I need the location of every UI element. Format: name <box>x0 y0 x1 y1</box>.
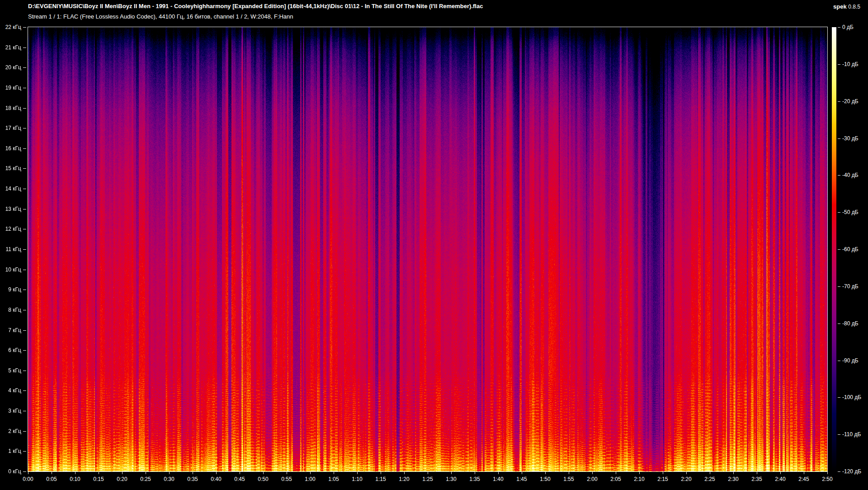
freq-axis-label: 16 кГц <box>0 145 21 152</box>
time-axis-tick <box>263 472 264 474</box>
time-axis-label: 2:40 <box>775 476 785 482</box>
freq-axis-tick <box>23 431 26 432</box>
time-axis-label: 0:20 <box>117 476 127 482</box>
db-axis-label: 0 дБ <box>842 24 854 30</box>
time-axis-label: 1:00 <box>305 476 315 482</box>
time-axis-label: 0:45 <box>234 476 245 482</box>
db-axis-tick <box>838 27 840 28</box>
time-axis-label: 2:10 <box>634 476 644 482</box>
db-axis-tick <box>838 138 840 139</box>
freq-axis-label: 22 кГц <box>0 24 21 30</box>
freq-axis-tick <box>23 249 26 250</box>
freq-axis-label: 10 кГц <box>0 266 21 273</box>
freq-axis-label: 5 кГц <box>0 367 21 374</box>
freq-axis-tick <box>23 471 26 472</box>
db-axis-label: -50 дБ <box>842 209 859 215</box>
time-axis-tick <box>287 472 287 474</box>
freq-axis-tick <box>23 229 26 229</box>
freq-axis-tick <box>23 27 26 28</box>
time-axis-tick <box>475 472 475 474</box>
time-axis-tick <box>52 472 52 474</box>
app-brand: spek 0.8.5 <box>833 3 860 10</box>
freq-axis-label: 13 кГц <box>0 206 21 212</box>
freq-axis-tick <box>23 148 26 149</box>
db-axis-label: -20 дБ <box>842 98 859 105</box>
time-axis-tick <box>75 472 75 474</box>
time-axis-tick <box>193 472 193 474</box>
db-axis-label: -110 дБ <box>842 431 861 438</box>
time-axis-label: 1:45 <box>516 476 527 482</box>
freq-axis-label: 0 кГц <box>0 468 21 475</box>
time-axis-label: 0:55 <box>281 476 292 482</box>
time-axis-label: 0:30 <box>164 476 174 482</box>
db-scale-gradient-bar <box>832 27 836 471</box>
time-axis-label: 1:30 <box>446 476 456 482</box>
time-axis-tick <box>122 472 123 474</box>
stream-info-line: Stream 1 / 1: FLAC (Free Lossless Audio … <box>28 13 293 20</box>
freq-axis-tick <box>23 411 26 411</box>
app-version-label: 0.8.5 <box>848 4 860 10</box>
freq-axis-label: 17 кГц <box>0 125 21 131</box>
time-axis-label: 1:35 <box>469 476 480 482</box>
time-axis-label: 2:45 <box>798 476 809 482</box>
freq-axis-label: 21 кГц <box>0 44 21 51</box>
db-axis-label: -70 дБ <box>842 283 859 290</box>
time-axis-tick <box>545 472 546 474</box>
time-axis-tick <box>569 472 569 474</box>
freq-axis-label: 18 кГц <box>0 105 21 111</box>
db-axis-label: -100 дБ <box>842 394 861 400</box>
time-axis-tick <box>428 472 428 474</box>
freq-axis-tick <box>23 451 26 452</box>
time-axis-tick <box>686 472 687 474</box>
spectrogram-canvas <box>28 27 827 471</box>
time-axis-tick <box>357 472 358 474</box>
time-axis-label: 2:20 <box>681 476 691 482</box>
time-axis-label: 0:05 <box>46 476 57 482</box>
time-axis-tick <box>663 472 663 474</box>
db-axis-label: -10 дБ <box>842 61 859 67</box>
freq-axis-label: 8 кГц <box>0 307 21 313</box>
time-axis-tick <box>146 472 146 474</box>
time-axis-tick <box>310 472 311 474</box>
freq-axis-tick <box>23 189 26 189</box>
time-axis-label: 0:40 <box>211 476 221 482</box>
time-axis-label: 1:05 <box>328 476 339 482</box>
db-axis-tick <box>838 64 840 65</box>
db-axis-tick <box>838 323 840 324</box>
freq-axis-label: 9 кГц <box>0 286 21 293</box>
time-axis-label: 2:15 <box>657 476 668 482</box>
db-axis-tick <box>838 361 840 361</box>
freq-axis-label: 19 кГц <box>0 85 21 91</box>
time-axis-tick <box>240 472 240 474</box>
db-axis-tick <box>838 286 840 287</box>
db-axis-label: -60 дБ <box>842 246 859 252</box>
time-axis-label: 0:50 <box>258 476 268 482</box>
freq-axis-tick <box>23 350 26 351</box>
time-axis-label: 1:40 <box>493 476 503 482</box>
freq-axis-tick <box>23 290 26 290</box>
freq-axis-tick <box>23 270 26 270</box>
freq-axis-label: 3 кГц <box>0 408 21 414</box>
spectrogram-frame <box>28 27 828 472</box>
time-axis-label: 1:55 <box>563 476 574 482</box>
time-axis-tick <box>780 472 781 474</box>
time-axis-tick <box>404 472 405 474</box>
db-axis-label: -80 дБ <box>842 320 859 327</box>
freq-axis-label: 7 кГц <box>0 327 21 333</box>
db-axis-tick <box>838 249 840 250</box>
time-axis-tick <box>28 472 28 474</box>
app-name-label: spek <box>833 3 847 10</box>
time-axis-label: 1:20 <box>399 476 409 482</box>
db-axis-label: -30 дБ <box>842 135 859 142</box>
freq-axis-tick <box>23 108 26 109</box>
time-axis-tick <box>639 472 640 474</box>
freq-axis-label: 15 кГц <box>0 165 21 171</box>
db-axis-tick <box>838 101 840 102</box>
db-axis-tick <box>838 471 840 472</box>
time-axis-label: 0:25 <box>140 476 151 482</box>
freq-axis-label: 6 кГц <box>0 347 21 353</box>
time-axis-label: 1:10 <box>352 476 362 482</box>
time-axis-label: 1:25 <box>422 476 433 482</box>
time-axis-tick <box>169 472 170 474</box>
freq-axis-tick <box>23 67 26 68</box>
